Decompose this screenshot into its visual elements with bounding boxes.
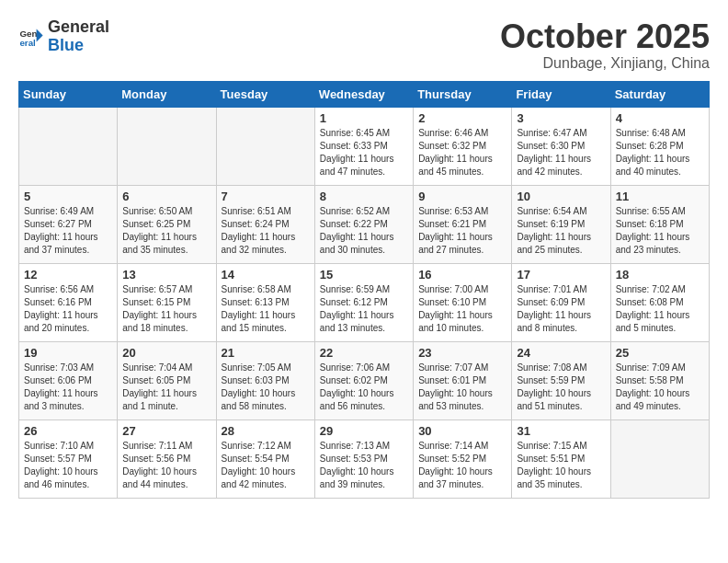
- week-row-1: 1 Sunrise: 6:45 AMSunset: 6:33 PMDayligh…: [19, 107, 710, 185]
- day-header-sunday: Sunday: [19, 81, 118, 107]
- calendar-cell: 29 Sunrise: 7:13 AMSunset: 5:53 PMDaylig…: [314, 419, 413, 498]
- day-number: 19: [24, 346, 112, 360]
- day-number: 11: [616, 190, 704, 203]
- day-number: 16: [418, 268, 506, 282]
- day-info: Sunrise: 7:07 AMSunset: 6:01 PMDaylight:…: [418, 362, 506, 413]
- calendar-cell: 6 Sunrise: 6:50 AMSunset: 6:25 PMDayligh…: [118, 185, 216, 263]
- calendar-cell: 10 Sunrise: 6:54 AMSunset: 6:19 PMDaylig…: [512, 185, 610, 263]
- calendar-cell: 16 Sunrise: 7:00 AMSunset: 6:10 PMDaylig…: [414, 263, 512, 341]
- day-number: 28: [222, 424, 310, 438]
- day-info: Sunrise: 7:00 AMSunset: 6:10 PMDaylight:…: [418, 283, 506, 335]
- day-number: 12: [24, 268, 112, 282]
- day-number: 14: [222, 268, 310, 282]
- calendar-cell: 22 Sunrise: 7:06 AMSunset: 6:02 PMDaylig…: [314, 341, 413, 419]
- day-number: 23: [418, 346, 506, 360]
- calendar-cell: 9 Sunrise: 6:53 AMSunset: 6:21 PMDayligh…: [414, 185, 512, 263]
- calendar-cell: 13 Sunrise: 6:57 AMSunset: 6:15 PMDaylig…: [118, 263, 216, 341]
- day-number: 30: [418, 424, 506, 438]
- calendar-subtitle: Dunbage, Xinjiang, China: [500, 55, 710, 72]
- calendar-cell: 3 Sunrise: 6:47 AMSunset: 6:30 PMDayligh…: [512, 107, 610, 185]
- calendar-cell: 5 Sunrise: 6:49 AMSunset: 6:27 PMDayligh…: [19, 185, 118, 263]
- day-number: 25: [616, 346, 704, 360]
- calendar-cell: 19 Sunrise: 7:03 AMSunset: 6:06 PMDaylig…: [19, 341, 118, 419]
- week-row-3: 12 Sunrise: 6:56 AMSunset: 6:16 PMDaylig…: [19, 263, 710, 341]
- day-info: Sunrise: 7:01 AMSunset: 6:09 PMDaylight:…: [517, 283, 605, 335]
- day-number: 2: [418, 111, 506, 125]
- day-number: 7: [222, 190, 310, 203]
- title-block: October 2025 Dunbage, Xinjiang, China: [500, 18, 710, 72]
- calendar-cell: 8 Sunrise: 6:52 AMSunset: 6:22 PMDayligh…: [314, 185, 413, 263]
- day-info: Sunrise: 6:52 AMSunset: 6:22 PMDaylight:…: [320, 205, 408, 257]
- day-number: 21: [222, 346, 310, 360]
- day-info: Sunrise: 7:14 AMSunset: 5:52 PMDaylight:…: [418, 440, 506, 491]
- day-info: Sunrise: 6:56 AMSunset: 6:16 PMDaylight:…: [24, 283, 112, 335]
- day-info: Sunrise: 7:03 AMSunset: 6:06 PMDaylight:…: [24, 362, 112, 413]
- calendar-cell: 14 Sunrise: 6:58 AMSunset: 6:13 PMDaylig…: [216, 263, 314, 341]
- day-info: Sunrise: 6:57 AMSunset: 6:15 PMDaylight:…: [122, 283, 210, 335]
- day-info: Sunrise: 6:47 AMSunset: 6:30 PMDaylight:…: [517, 127, 605, 178]
- header-row: SundayMondayTuesdayWednesdayThursdayFrid…: [19, 81, 710, 107]
- day-header-thursday: Thursday: [414, 81, 512, 107]
- day-number: 20: [122, 346, 210, 360]
- calendar-cell: 24 Sunrise: 7:08 AMSunset: 5:59 PMDaylig…: [512, 341, 610, 419]
- calendar-cell: 15 Sunrise: 6:59 AMSunset: 6:12 PMDaylig…: [314, 263, 413, 341]
- day-info: Sunrise: 6:54 AMSunset: 6:19 PMDaylight:…: [517, 205, 605, 257]
- calendar-cell: 25 Sunrise: 7:09 AMSunset: 5:58 PMDaylig…: [610, 341, 709, 419]
- day-info: Sunrise: 6:49 AMSunset: 6:27 PMDaylight:…: [24, 205, 112, 257]
- day-info: Sunrise: 6:50 AMSunset: 6:25 PMDaylight:…: [122, 205, 210, 257]
- calendar-cell: 1 Sunrise: 6:45 AMSunset: 6:33 PMDayligh…: [314, 107, 413, 185]
- calendar-cell: 18 Sunrise: 7:02 AMSunset: 6:08 PMDaylig…: [610, 263, 709, 341]
- day-header-saturday: Saturday: [610, 81, 709, 107]
- day-info: Sunrise: 7:11 AMSunset: 5:56 PMDaylight:…: [122, 440, 210, 491]
- day-number: 1: [320, 111, 408, 125]
- day-info: Sunrise: 7:08 AMSunset: 5:59 PMDaylight:…: [517, 362, 605, 413]
- day-info: Sunrise: 7:15 AMSunset: 5:51 PMDaylight:…: [517, 440, 605, 491]
- day-header-tuesday: Tuesday: [216, 81, 314, 107]
- day-number: 9: [418, 190, 506, 203]
- svg-text:eral: eral: [19, 38, 36, 48]
- day-number: 31: [517, 424, 605, 438]
- day-number: 17: [517, 268, 605, 282]
- calendar-cell: 30 Sunrise: 7:14 AMSunset: 5:52 PMDaylig…: [414, 419, 512, 498]
- day-header-wednesday: Wednesday: [314, 81, 413, 107]
- day-header-friday: Friday: [512, 81, 610, 107]
- day-header-monday: Monday: [118, 81, 216, 107]
- day-info: Sunrise: 6:45 AMSunset: 6:33 PMDaylight:…: [320, 127, 408, 178]
- week-row-4: 19 Sunrise: 7:03 AMSunset: 6:06 PMDaylig…: [19, 341, 710, 419]
- day-info: Sunrise: 6:53 AMSunset: 6:21 PMDaylight:…: [418, 205, 506, 257]
- day-number: 13: [122, 268, 210, 282]
- day-info: Sunrise: 7:06 AMSunset: 6:02 PMDaylight:…: [320, 362, 408, 413]
- day-info: Sunrise: 6:58 AMSunset: 6:13 PMDaylight:…: [222, 283, 310, 335]
- day-number: 6: [122, 190, 210, 203]
- day-number: 24: [517, 346, 605, 360]
- calendar-cell: 11 Sunrise: 6:55 AMSunset: 6:18 PMDaylig…: [610, 185, 709, 263]
- calendar-cell: 7 Sunrise: 6:51 AMSunset: 6:24 PMDayligh…: [216, 185, 314, 263]
- calendar-cell: 4 Sunrise: 6:48 AMSunset: 6:28 PMDayligh…: [610, 107, 709, 185]
- day-info: Sunrise: 6:51 AMSunset: 6:24 PMDaylight:…: [222, 205, 310, 257]
- calendar-cell: 20 Sunrise: 7:04 AMSunset: 6:05 PMDaylig…: [118, 341, 216, 419]
- day-info: Sunrise: 7:04 AMSunset: 6:05 PMDaylight:…: [122, 362, 210, 413]
- calendar-cell: 21 Sunrise: 7:05 AMSunset: 6:03 PMDaylig…: [216, 341, 314, 419]
- day-info: Sunrise: 7:13 AMSunset: 5:53 PMDaylight:…: [320, 440, 408, 491]
- calendar-cell: 28 Sunrise: 7:12 AMSunset: 5:54 PMDaylig…: [216, 419, 314, 498]
- calendar-cell: 26 Sunrise: 7:10 AMSunset: 5:57 PMDaylig…: [19, 419, 118, 498]
- calendar-cell: [216, 107, 314, 185]
- day-number: 15: [320, 268, 408, 282]
- day-info: Sunrise: 7:12 AMSunset: 5:54 PMDaylight:…: [222, 440, 310, 491]
- day-info: Sunrise: 7:10 AMSunset: 5:57 PMDaylight:…: [24, 440, 112, 491]
- day-number: 18: [616, 268, 704, 282]
- day-number: 22: [320, 346, 408, 360]
- day-number: 5: [24, 190, 112, 203]
- calendar-cell: [610, 419, 709, 498]
- calendar-cell: 17 Sunrise: 7:01 AMSunset: 6:09 PMDaylig…: [512, 263, 610, 341]
- day-number: 27: [122, 424, 210, 438]
- week-row-5: 26 Sunrise: 7:10 AMSunset: 5:57 PMDaylig…: [19, 419, 710, 498]
- day-info: Sunrise: 7:09 AMSunset: 5:58 PMDaylight:…: [616, 362, 704, 413]
- day-number: 10: [517, 190, 605, 203]
- calendar-cell: 31 Sunrise: 7:15 AMSunset: 5:51 PMDaylig…: [512, 419, 610, 498]
- calendar-cell: 27 Sunrise: 7:11 AMSunset: 5:56 PMDaylig…: [118, 419, 216, 498]
- calendar-cell: 12 Sunrise: 6:56 AMSunset: 6:16 PMDaylig…: [19, 263, 118, 341]
- day-number: 8: [320, 190, 408, 203]
- day-info: Sunrise: 7:05 AMSunset: 6:03 PMDaylight:…: [222, 362, 310, 413]
- day-info: Sunrise: 6:46 AMSunset: 6:32 PMDaylight:…: [418, 127, 506, 178]
